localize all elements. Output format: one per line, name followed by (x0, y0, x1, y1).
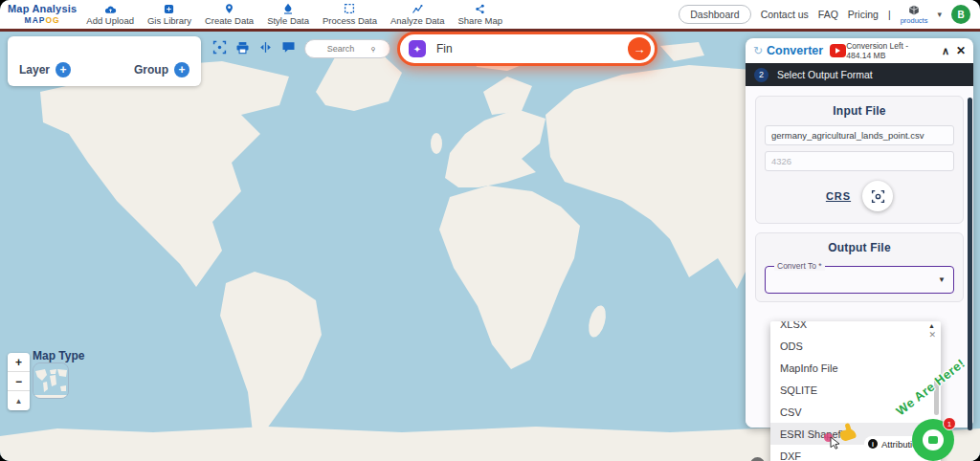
dashboard-button[interactable]: Dashboard (679, 5, 750, 24)
collapse-chevron-icon[interactable]: ∧ (942, 45, 949, 57)
output-file-title: Output File (765, 241, 954, 254)
plus-square-icon (164, 4, 174, 14)
nav-share-map[interactable]: Share Map (458, 4, 502, 26)
reset-extent-button[interactable]: ▲ (8, 391, 30, 410)
layer-label: Layer (19, 63, 50, 77)
header-bottom-strip (0, 29, 980, 32)
input-crs-field[interactable]: 4326 (765, 151, 954, 171)
step2-number: 2 (754, 68, 768, 82)
play-triangle (835, 48, 840, 54)
header-separator: | (888, 9, 891, 20)
app-logo[interactable]: Map Analysis MAPOG (8, 4, 77, 25)
nav-analyze-data[interactable]: Analyze Data (390, 4, 445, 26)
nav-label: Share Map (458, 15, 502, 26)
zoom-out-button[interactable]: − (8, 372, 30, 391)
nav-label: Create Data (205, 15, 254, 26)
avatar[interactable]: B (951, 5, 970, 24)
chat-notification-badge: 1 (943, 417, 956, 430)
converter-panel: ↻ Converter Conversion Left - 484.14 MB … (746, 38, 973, 428)
focus-extent-icon[interactable] (212, 40, 227, 55)
convert-to-select[interactable]: Convert To * ▼ (765, 266, 954, 294)
nav-label: Analyze Data (390, 15, 445, 26)
cursor-pointer-icon (830, 436, 841, 450)
header-right: Dashboard Contact us FAQ Pricing | produ… (679, 5, 980, 25)
youtube-icon[interactable] (830, 44, 846, 57)
target-icon (871, 189, 885, 204)
map-type-thumbnail[interactable] (33, 362, 69, 399)
logo-title: Map Analysis (8, 4, 77, 14)
cube-icon (908, 5, 920, 16)
layers-panel: Layer + Group + (8, 36, 201, 86)
input-file-card: Input File germany_agricultural_lands_po… (755, 96, 964, 224)
panel-scrollbar[interactable] (968, 98, 972, 430)
ai-submit-button[interactable]: → (628, 37, 651, 60)
converter-header: ↻ Converter Conversion Left - 484.14 MB … (746, 38, 973, 63)
chat-bubble-core (928, 436, 938, 444)
output-file-card: Output File Convert To * ▼ (755, 232, 964, 302)
nav-add-upload[interactable]: Add Upload (86, 4, 134, 26)
map-type-label: Map Type (33, 349, 84, 362)
converter-title: Converter (767, 44, 823, 57)
share-icon (475, 4, 485, 14)
dashed-square-icon (344, 3, 355, 14)
print-icon[interactable] (235, 41, 250, 55)
step2-label: Select Output Format (777, 69, 873, 80)
map-search: ⌕ (304, 39, 390, 58)
dropdown-scroll-up-icon[interactable]: ▲ (928, 322, 935, 329)
layer-group-row: Layer + Group + (19, 62, 189, 77)
crs-row: CRS (765, 181, 954, 211)
main-nav: Add Upload Gis Library Create Data Style… (86, 3, 502, 26)
add-layer-button[interactable]: + (56, 62, 71, 77)
map-pin-icon (224, 3, 234, 14)
zoom-in-button[interactable]: + (8, 353, 30, 372)
dropdown-option-xlsx[interactable]: XLSX (770, 321, 941, 335)
info-icon: i (868, 439, 878, 449)
nav-label: Process Data (323, 15, 377, 26)
nav-process-data[interactable]: Process Data (323, 3, 377, 26)
chevron-down-icon[interactable]: ▾ (937, 10, 942, 19)
group-label: Group (134, 63, 168, 77)
minimap-world (33, 363, 69, 399)
cloud-upload-icon (104, 4, 117, 14)
dropdown-option-ods[interactable]: ODS (770, 335, 941, 357)
ai-search-bar: ✦ → (400, 34, 655, 63)
faq-link[interactable]: FAQ (818, 9, 838, 20)
zoom-controls: + − ▲ (8, 353, 30, 410)
compare-swipe-icon[interactable] (258, 41, 273, 54)
analyze-chart-icon (412, 4, 423, 14)
app-window: Map Analysis MAPOG Add Upload Gis Librar… (0, 0, 980, 461)
top-header: Map Analysis MAPOG Add Upload Gis Librar… (0, 0, 980, 29)
chat-bubble-icon (923, 429, 944, 450)
input-file-title: Input File (765, 104, 954, 118)
conversion-left-text: Conversion Left - 484.14 MB (846, 41, 935, 60)
dropdown-close-icon[interactable]: ✕ (928, 330, 936, 340)
nav-label: Add Upload (86, 15, 134, 26)
step2-bar: 2 Select Output Format (746, 63, 973, 86)
nav-gis-library[interactable]: Gis Library (147, 4, 191, 26)
chat-button[interactable]: 1 (912, 419, 954, 461)
crs-target-button[interactable] (862, 181, 893, 211)
search-input[interactable] (311, 43, 370, 55)
crs-link[interactable]: CRS (826, 190, 851, 202)
convert-to-label: Convert To * (774, 261, 825, 271)
nav-style-data[interactable]: Style Data (267, 3, 309, 26)
nav-label: Gis Library (147, 15, 191, 26)
map-toolbar (212, 40, 296, 55)
close-icon[interactable]: ✕ (956, 44, 966, 57)
dropdown-option-mapinfo[interactable]: MapInfo File (770, 357, 941, 379)
style-droplet-icon (282, 3, 294, 14)
contact-us-link[interactable]: Contact us (761, 9, 809, 20)
products-menu[interactable]: products (901, 5, 928, 25)
select-caret-icon: ▼ (938, 275, 946, 284)
comment-icon[interactable] (281, 41, 296, 54)
ai-search-input[interactable] (434, 41, 628, 56)
nav-label: Style Data (267, 15, 309, 26)
nav-create-data[interactable]: Create Data (205, 3, 254, 26)
logo-subtitle: MAPOG (25, 16, 60, 25)
pricing-link[interactable]: Pricing (848, 9, 879, 20)
input-filename-field[interactable]: germany_agricultural_lands_point.csv (765, 125, 954, 145)
add-group-button[interactable]: + (174, 62, 189, 77)
sync-icon[interactable]: ↻ (753, 44, 763, 57)
sparkle-plus-icon: ✦ (409, 40, 426, 57)
products-label: products (901, 17, 928, 25)
